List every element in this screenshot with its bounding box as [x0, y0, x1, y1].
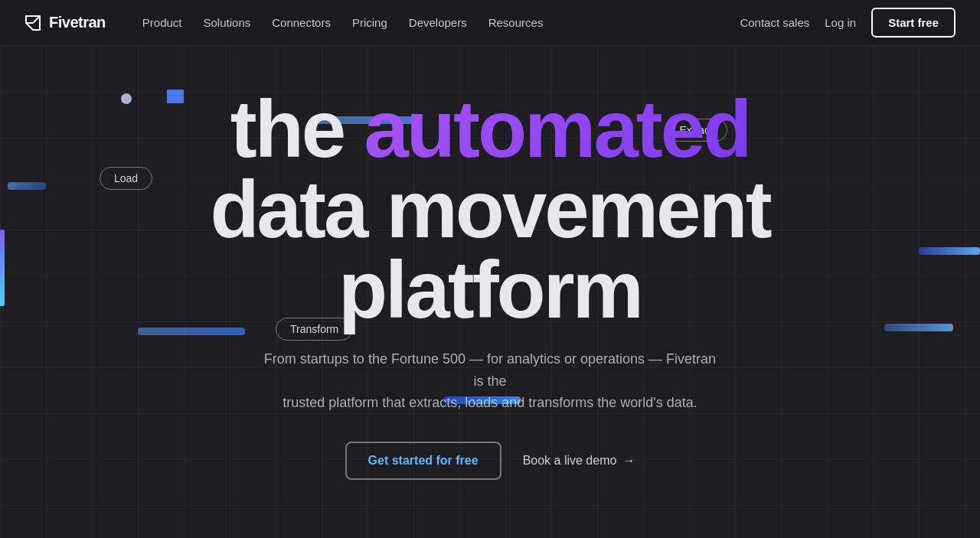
hero-content: the automated data movement platform Fro…	[210, 89, 769, 480]
hero-subtitle-line1: From startups to the Fortune 500 — for a…	[264, 351, 716, 389]
navbar: Fivetran Product Solutions Connectors Pr…	[0, 0, 980, 46]
deco-bar-right-mid	[919, 247, 980, 255]
contact-sales-link[interactable]: Contact sales	[740, 16, 809, 29]
hero-title-line3: platform	[338, 245, 642, 334]
hero-subtitle: From startups to the Fortune 500 — for a…	[260, 348, 720, 414]
hero-cta: Get started for free Book a live demo →	[210, 442, 769, 480]
hero-title: the automated data movement platform	[210, 89, 769, 330]
logo-link[interactable]: Fivetran	[24, 14, 106, 31]
book-demo-text: Book a live demo	[523, 454, 617, 468]
nav-link-resources[interactable]: Resources	[479, 11, 553, 34]
arrow-icon: →	[622, 454, 635, 468]
deco-rect-blue	[167, 90, 184, 103]
hero-title-line1: the automated	[230, 84, 750, 174]
nav-link-connectors[interactable]: Connectors	[263, 11, 340, 34]
nav-link-product[interactable]: Product	[133, 11, 191, 34]
hero-highlight: automated	[364, 84, 750, 174]
deco-bar-left-mid	[8, 182, 46, 190]
deco-bar-right-lower	[884, 324, 953, 331]
login-link[interactable]: Log in	[825, 16, 856, 29]
hero-subtitle-line2: trusted platform that extracts, loads an…	[283, 395, 697, 410]
nav-link-solutions[interactable]: Solutions	[194, 11, 260, 34]
hero-section: Extract Load Transform the automated dat…	[0, 46, 980, 538]
nav-link-developers[interactable]: Developers	[400, 11, 476, 34]
nav-right: Contact sales Log in Start free	[740, 8, 956, 37]
pill-load: Load	[100, 167, 152, 190]
nav-links: Product Solutions Connectors Pricing Dev…	[133, 11, 553, 34]
start-free-button[interactable]: Start free	[871, 8, 956, 37]
fivetran-logo-icon	[24, 15, 41, 31]
svg-line-2	[33, 16, 40, 23]
nav-link-pricing[interactable]: Pricing	[343, 11, 397, 34]
deco-dot-white	[121, 93, 132, 104]
nav-left: Fivetran Product Solutions Connectors Pr…	[24, 11, 552, 34]
get-started-button[interactable]: Get started for free	[345, 442, 501, 480]
left-edge-decoration	[0, 230, 5, 306]
book-demo-link[interactable]: Book a live demo →	[523, 454, 635, 468]
hero-title-line2: data movement	[210, 165, 769, 254]
logo-text: Fivetran	[49, 14, 106, 31]
